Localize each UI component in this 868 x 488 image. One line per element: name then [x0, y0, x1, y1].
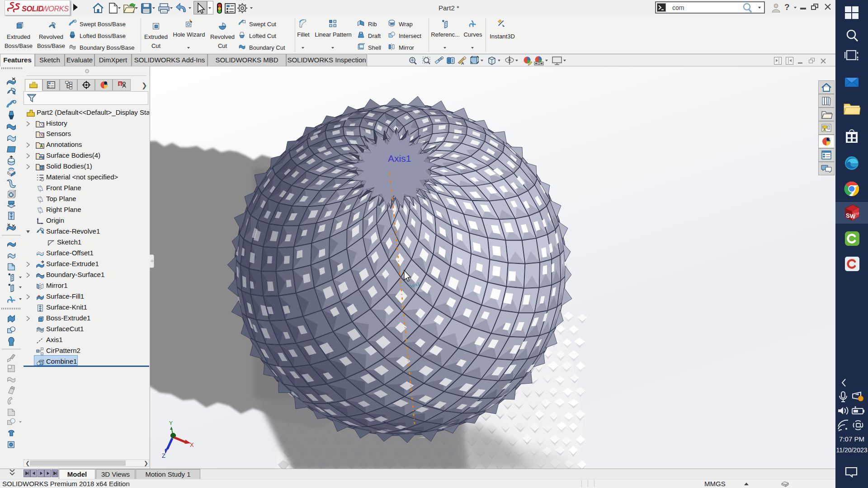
svg-text:Axis1: Axis1	[388, 153, 411, 164]
svg-text:ab: ab	[390, 22, 394, 26]
svg-text:WORKS: WORKS	[42, 5, 69, 13]
svg-text:X: X	[190, 441, 194, 448]
svg-text:A: A	[461, 61, 464, 66]
svg-text:SOLID: SOLID	[22, 5, 44, 13]
svg-text:Z: Z	[162, 452, 165, 459]
svg-text:S: S	[119, 82, 121, 86]
svg-text:Y: Y	[169, 420, 173, 427]
